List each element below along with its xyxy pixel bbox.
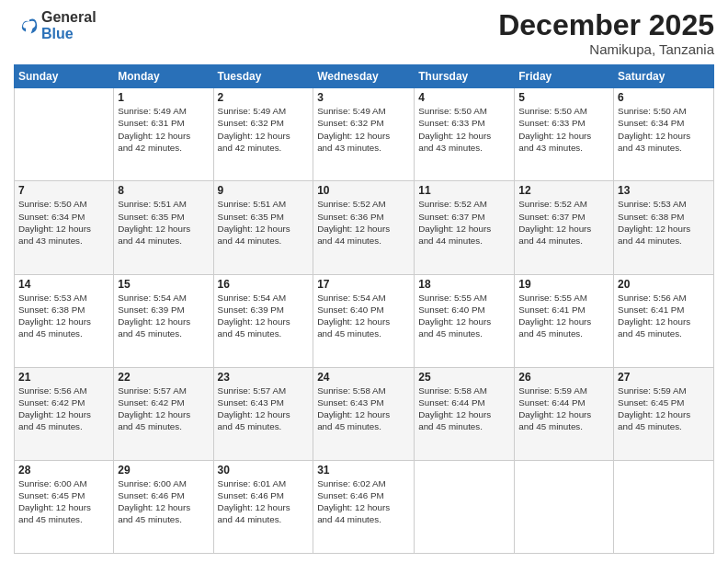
day-number: 18	[418, 278, 510, 291]
day-number: 29	[118, 464, 209, 477]
day-number: 2	[218, 91, 310, 104]
day-info: Sunrise: 5:52 AMSunset: 6:37 PMDaylight:…	[418, 198, 510, 247]
calendar-cell: 12Sunrise: 5:52 AMSunset: 6:37 PMDayligh…	[515, 181, 614, 274]
day-number: 9	[218, 184, 310, 197]
day-number: 14	[18, 278, 109, 291]
weekday-header-tuesday: Tuesday	[213, 65, 313, 88]
calendar-cell: 24Sunrise: 5:58 AMSunset: 6:43 PMDayligh…	[313, 367, 415, 460]
day-info: Sunrise: 5:59 AMSunset: 6:44 PMDaylight:…	[518, 385, 609, 433]
calendar-cell: 20Sunrise: 5:56 AMSunset: 6:41 PMDayligh…	[614, 274, 714, 367]
day-info: Sunrise: 5:50 AMSunset: 6:34 PMDaylight:…	[18, 198, 109, 247]
week-row-1: 1Sunrise: 5:49 AMSunset: 6:31 PMDaylight…	[15, 88, 714, 181]
day-number: 6	[618, 91, 710, 104]
week-row-2: 7Sunrise: 5:50 AMSunset: 6:34 PMDaylight…	[15, 181, 714, 274]
logo-general: General	[41, 9, 97, 26]
week-row-4: 21Sunrise: 5:56 AMSunset: 6:42 PMDayligh…	[15, 367, 714, 460]
calendar-cell: 23Sunrise: 5:57 AMSunset: 6:43 PMDayligh…	[213, 367, 313, 460]
weekday-header-thursday: Thursday	[415, 65, 515, 88]
weekday-header-row: SundayMondayTuesdayWednesdayThursdayFrid…	[15, 65, 714, 88]
week-row-3: 14Sunrise: 5:53 AMSunset: 6:38 PMDayligh…	[15, 274, 714, 367]
calendar-cell: 17Sunrise: 5:54 AMSunset: 6:40 PMDayligh…	[313, 274, 415, 367]
location-title: Namikupa, Tanzania	[498, 41, 714, 57]
calendar-cell	[515, 460, 614, 553]
logo-text: General Blue	[41, 9, 97, 41]
calendar-cell: 14Sunrise: 5:53 AMSunset: 6:38 PMDayligh…	[15, 274, 114, 367]
calendar-cell: 3Sunrise: 5:49 AMSunset: 6:32 PMDaylight…	[313, 88, 415, 181]
day-number: 13	[618, 184, 710, 197]
calendar-cell: 11Sunrise: 5:52 AMSunset: 6:37 PMDayligh…	[415, 181, 515, 274]
day-number: 17	[317, 278, 410, 291]
header: General Blue December 2025 Namikupa, Tan…	[14, 9, 714, 57]
day-info: Sunrise: 5:51 AMSunset: 6:35 PMDaylight:…	[118, 198, 209, 247]
month-title: December 2025	[498, 9, 714, 41]
calendar-cell: 22Sunrise: 5:57 AMSunset: 6:42 PMDayligh…	[114, 367, 213, 460]
calendar-cell: 2Sunrise: 5:49 AMSunset: 6:32 PMDaylight…	[213, 88, 313, 181]
day-info: Sunrise: 6:00 AMSunset: 6:45 PMDaylight:…	[18, 477, 109, 526]
calendar-cell: 28Sunrise: 6:00 AMSunset: 6:45 PMDayligh…	[15, 460, 114, 553]
day-number: 22	[118, 371, 209, 384]
weekday-header-monday: Monday	[114, 65, 213, 88]
day-number: 7	[18, 184, 109, 197]
day-info: Sunrise: 5:59 AMSunset: 6:45 PMDaylight:…	[618, 385, 710, 433]
day-info: Sunrise: 5:52 AMSunset: 6:36 PMDaylight:…	[317, 198, 410, 247]
calendar-cell: 9Sunrise: 5:51 AMSunset: 6:35 PMDaylight…	[213, 181, 313, 274]
logo-blue: Blue	[41, 26, 97, 42]
calendar-cell: 25Sunrise: 5:58 AMSunset: 6:44 PMDayligh…	[415, 367, 515, 460]
page: General Blue December 2025 Namikupa, Tan…	[0, 0, 728, 563]
calendar-table: SundayMondayTuesdayWednesdayThursdayFrid…	[14, 64, 714, 554]
day-info: Sunrise: 5:58 AMSunset: 6:44 PMDaylight:…	[418, 385, 510, 433]
day-info: Sunrise: 5:54 AMSunset: 6:39 PMDaylight:…	[118, 292, 209, 340]
day-number: 28	[18, 464, 109, 477]
calendar-cell: 5Sunrise: 5:50 AMSunset: 6:33 PMDaylight…	[515, 88, 614, 181]
day-info: Sunrise: 5:53 AMSunset: 6:38 PMDaylight:…	[618, 198, 710, 247]
day-number: 4	[418, 91, 510, 104]
day-info: Sunrise: 5:54 AMSunset: 6:39 PMDaylight:…	[218, 292, 310, 340]
day-info: Sunrise: 5:56 AMSunset: 6:41 PMDaylight:…	[618, 292, 710, 340]
title-block: December 2025 Namikupa, Tanzania	[498, 9, 714, 57]
calendar-cell: 1Sunrise: 5:49 AMSunset: 6:31 PMDaylight…	[114, 88, 213, 181]
day-number: 15	[118, 278, 209, 291]
day-number: 26	[518, 371, 609, 384]
calendar-cell: 29Sunrise: 6:00 AMSunset: 6:46 PMDayligh…	[114, 460, 213, 553]
day-info: Sunrise: 5:50 AMSunset: 6:33 PMDaylight:…	[418, 105, 510, 154]
calendar-cell	[415, 460, 515, 553]
week-row-5: 28Sunrise: 6:00 AMSunset: 6:45 PMDayligh…	[15, 460, 714, 553]
day-number: 21	[18, 371, 109, 384]
day-info: Sunrise: 5:52 AMSunset: 6:37 PMDaylight:…	[518, 198, 609, 247]
day-info: Sunrise: 5:55 AMSunset: 6:40 PMDaylight:…	[418, 292, 510, 340]
calendar-cell: 27Sunrise: 5:59 AMSunset: 6:45 PMDayligh…	[614, 367, 714, 460]
calendar-cell: 31Sunrise: 6:02 AMSunset: 6:46 PMDayligh…	[313, 460, 415, 553]
weekday-header-wednesday: Wednesday	[313, 65, 415, 88]
weekday-header-saturday: Saturday	[614, 65, 714, 88]
day-info: Sunrise: 5:57 AMSunset: 6:42 PMDaylight:…	[118, 385, 209, 433]
day-info: Sunrise: 5:55 AMSunset: 6:41 PMDaylight:…	[518, 292, 609, 340]
calendar-cell: 8Sunrise: 5:51 AMSunset: 6:35 PMDaylight…	[114, 181, 213, 274]
day-number: 11	[418, 184, 510, 197]
day-number: 19	[518, 278, 609, 291]
weekday-header-sunday: Sunday	[15, 65, 114, 88]
day-number: 12	[518, 184, 609, 197]
day-number: 10	[317, 184, 410, 197]
calendar-cell: 7Sunrise: 5:50 AMSunset: 6:34 PMDaylight…	[15, 181, 114, 274]
calendar-cell: 19Sunrise: 5:55 AMSunset: 6:41 PMDayligh…	[515, 274, 614, 367]
day-info: Sunrise: 6:02 AMSunset: 6:46 PMDaylight:…	[317, 477, 410, 526]
day-info: Sunrise: 6:00 AMSunset: 6:46 PMDaylight:…	[118, 477, 209, 526]
day-number: 16	[218, 278, 310, 291]
day-info: Sunrise: 5:49 AMSunset: 6:32 PMDaylight:…	[218, 105, 310, 154]
day-number: 27	[618, 371, 710, 384]
calendar-cell: 30Sunrise: 6:01 AMSunset: 6:46 PMDayligh…	[213, 460, 313, 553]
calendar-cell	[15, 88, 114, 181]
calendar-cell: 18Sunrise: 5:55 AMSunset: 6:40 PMDayligh…	[415, 274, 515, 367]
day-number: 30	[218, 464, 310, 477]
logo: General Blue	[14, 9, 97, 41]
calendar-cell	[614, 460, 714, 553]
day-number: 23	[218, 371, 310, 384]
day-info: Sunrise: 6:01 AMSunset: 6:46 PMDaylight:…	[218, 477, 310, 526]
day-number: 25	[418, 371, 510, 384]
day-info: Sunrise: 5:51 AMSunset: 6:35 PMDaylight:…	[218, 198, 310, 247]
day-info: Sunrise: 5:54 AMSunset: 6:40 PMDaylight:…	[317, 292, 410, 340]
logo-icon	[14, 13, 40, 39]
calendar-cell: 21Sunrise: 5:56 AMSunset: 6:42 PMDayligh…	[15, 367, 114, 460]
day-number: 8	[118, 184, 209, 197]
calendar-cell: 16Sunrise: 5:54 AMSunset: 6:39 PMDayligh…	[213, 274, 313, 367]
